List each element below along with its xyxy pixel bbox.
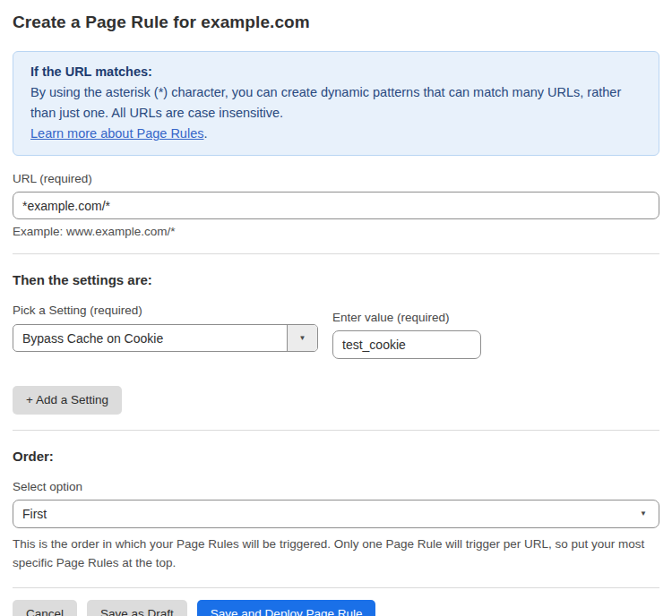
chevron-down-icon: ▼: [640, 510, 647, 518]
info-box-body: By using the asterisk (*) character, you…: [30, 82, 642, 124]
url-field-label: URL (required): [13, 172, 659, 185]
cancel-button[interactable]: Cancel: [13, 600, 77, 616]
setting-value-column: Enter value (required): [332, 298, 481, 359]
add-setting-button[interactable]: + Add a Setting: [13, 386, 122, 415]
url-field-helper: Example: www.example.com/*: [13, 225, 659, 238]
info-box-body-text: By using the asterisk (*) character, you…: [30, 85, 621, 120]
setting-picker-selected-value: Bypass Cache on Cookie: [13, 325, 287, 351]
setting-picker-dropdown[interactable]: Bypass Cache on Cookie ▼: [13, 324, 318, 352]
settings-section-heading: Then the settings are:: [13, 272, 659, 287]
info-box-heading: If the URL matches:: [30, 62, 642, 82]
order-select-label: Select option: [13, 480, 659, 493]
settings-row: Pick a Setting (required) Bypass Cache o…: [13, 291, 659, 359]
divider: [13, 587, 659, 588]
url-input[interactable]: [13, 192, 659, 219]
page-title: Create a Page Rule for example.com: [13, 0, 659, 32]
setting-picker-label: Pick a Setting (required): [13, 304, 318, 317]
divider: [13, 430, 659, 431]
setting-picker-column: Pick a Setting (required) Bypass Cache o…: [13, 291, 318, 352]
setting-value-label: Enter value (required): [332, 311, 481, 324]
order-selected-value: First: [22, 507, 47, 521]
info-box-link-line: Learn more about Page Rules.: [30, 124, 642, 144]
order-helper-text: This is the order in which your Page Rul…: [13, 535, 658, 572]
save-as-draft-button[interactable]: Save as Draft: [87, 600, 187, 616]
order-section-heading: Order:: [13, 449, 659, 464]
create-page-rule-form: Create a Page Rule for example.com If th…: [0, 0, 672, 616]
divider: [13, 253, 659, 254]
link-suffix: .: [203, 126, 207, 141]
order-select[interactable]: First ▼: [13, 500, 659, 528]
setting-picker-arrow-button[interactable]: ▼: [287, 325, 317, 351]
chevron-down-icon: ▼: [299, 335, 306, 342]
save-and-deploy-button[interactable]: Save and Deploy Page Rule: [197, 600, 376, 616]
url-match-info-box: If the URL matches: By using the asteris…: [13, 51, 659, 156]
footer-actions: Cancel Save as Draft Save and Deploy Pag…: [13, 600, 659, 616]
setting-value-input[interactable]: [332, 330, 481, 359]
learn-more-link[interactable]: Learn more about Page Rules: [30, 126, 203, 141]
